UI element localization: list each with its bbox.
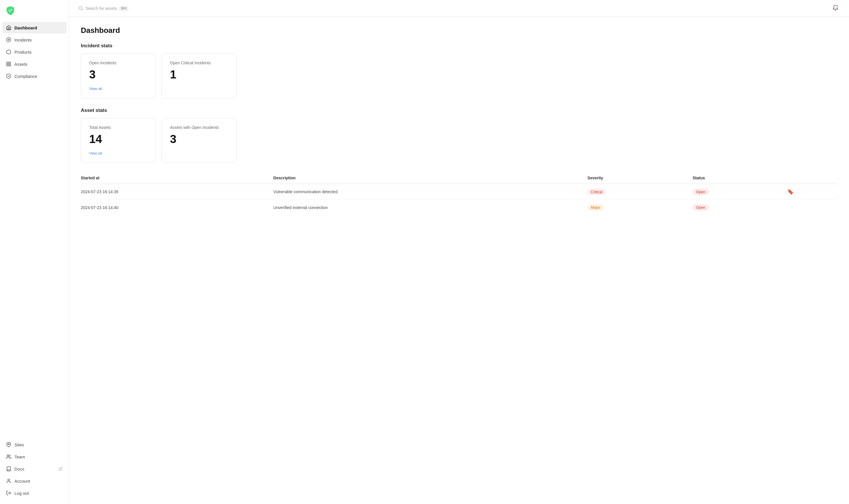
notification-dot (836, 5, 838, 7)
svg-rect-2 (7, 62, 8, 64)
sidebar-item-logout[interactable]: Log out (2, 487, 67, 499)
check-circle-icon (6, 73, 12, 79)
table-row: 2024-07-23 16:14:39 Vulnerable communica… (81, 184, 837, 200)
header: Search for assets ⌘K (69, 0, 849, 17)
incident-status: Open (693, 200, 787, 215)
total-assets-card: Total Assets 14 View all (81, 118, 156, 163)
svg-rect-3 (9, 62, 11, 64)
svg-line-8 (60, 467, 62, 469)
search-icon (79, 6, 83, 11)
incident-severity: Critical (588, 184, 693, 200)
asset-stat-cards: Total Assets 14 View all Assets with Ope… (81, 118, 837, 163)
sidebar-item-incidents[interactable]: Incidents (2, 34, 67, 46)
sidebar-item-docs[interactable]: Docs (2, 463, 67, 474)
sidebar-item-dashboard[interactable]: Dashboard (2, 22, 67, 33)
sidebar-item-label: Log out (14, 491, 29, 496)
page-body: Dashboard Incident stats Open Incidents … (69, 17, 849, 224)
asset-stats-section: Asset stats Total Assets 14 View all Ass… (81, 108, 837, 163)
total-assets-view-all-link[interactable]: View all (89, 151, 102, 156)
incidents-table-section: Started at Description Severity Status 2… (81, 172, 837, 215)
bookmark-icon: 🔖 (787, 189, 794, 195)
main-content: Search for assets ⌘K Dashboard Incident … (69, 0, 849, 504)
table-row: 2024-07-23 16:14:40 Unverified external … (81, 200, 837, 215)
col-actions (787, 172, 837, 184)
users-icon (6, 454, 12, 460)
open-incidents-view-all-link[interactable]: View all (89, 87, 102, 91)
search-bar[interactable]: Search for assets ⌘K (79, 6, 831, 11)
notifications-button[interactable] (831, 3, 840, 13)
circle-dot-icon (6, 37, 12, 43)
severity-badge: Major (588, 204, 604, 211)
table-body: 2024-07-23 16:14:39 Vulnerable communica… (81, 184, 837, 215)
incidents-table: Started at Description Severity Status 2… (81, 172, 837, 215)
svg-point-0 (7, 38, 11, 42)
incident-stat-cards: Open Incidents 3 View all Open Critical … (81, 53, 837, 98)
header-actions (831, 3, 840, 13)
svg-rect-5 (7, 65, 8, 66)
map-pin-icon (6, 442, 12, 448)
svg-point-6 (8, 444, 10, 445)
sidebar-nav-top: Dashboard Incidents Products (0, 22, 69, 436)
sidebar-item-label: Compliance (14, 74, 37, 79)
svg-line-12 (82, 9, 83, 10)
sidebar-nav-bottom: Sites Team Docs (0, 436, 69, 504)
sidebar-item-label: Dashboard (14, 25, 37, 30)
sidebar-item-label: Incidents (14, 37, 32, 42)
incident-started-at: 2024-07-23 16:14:40 (81, 200, 273, 215)
open-incidents-value: 3 (89, 69, 148, 80)
incident-description: Vulnerable communication detected (273, 184, 587, 200)
incident-started-at: 2024-07-23 16:14:39 (81, 184, 273, 200)
shield-logo-icon (6, 6, 15, 15)
user-icon (6, 478, 12, 484)
page-title: Dashboard (81, 26, 837, 35)
assets-with-open-incidents-card: Assets with Open Incidents 3 (161, 118, 237, 163)
box-icon (6, 49, 12, 55)
sidebar: Dashboard Incidents Products (0, 0, 69, 504)
logo (0, 0, 69, 22)
sidebar-item-label: Products (14, 50, 32, 54)
sidebar-item-account[interactable]: Account (2, 475, 67, 487)
col-started-at: Started at (81, 172, 273, 184)
sidebar-item-products[interactable]: Products (2, 46, 67, 58)
sidebar-item-compliance[interactable]: Compliance (2, 70, 67, 82)
open-incidents-label: Open Incidents (89, 60, 148, 65)
open-critical-label: Open Critical Incidents (170, 60, 228, 65)
table-header: Started at Description Severity Status (81, 172, 837, 184)
book-icon (6, 466, 12, 472)
sidebar-item-label: Assets (14, 62, 28, 67)
col-status: Status (693, 172, 787, 184)
sidebar-item-sites[interactable]: Sites (2, 439, 67, 450)
incident-status: Open (693, 184, 787, 200)
status-badge: Open (693, 204, 709, 211)
incident-description: Unverified external connection (273, 200, 587, 215)
open-critical-incidents-card: Open Critical Incidents 1 (161, 53, 237, 98)
asset-stats-title: Asset stats (81, 108, 837, 113)
search-shortcut: ⌘K (119, 6, 128, 11)
svg-rect-4 (9, 65, 11, 66)
sidebar-item-label: Team (14, 454, 25, 459)
sidebar-item-label: Account (14, 479, 30, 484)
grid-icon (6, 61, 12, 67)
sidebar-item-label: Docs (14, 467, 24, 471)
status-badge: Open (693, 189, 709, 195)
external-link-icon (57, 466, 63, 472)
incident-bookmark: 🔖 (787, 184, 837, 200)
open-incidents-card: Open Incidents 3 View all (81, 53, 156, 98)
total-assets-label: Total Assets (89, 125, 148, 130)
svg-point-1 (8, 39, 10, 41)
incident-stats-section: Incident stats Open Incidents 3 View all… (81, 43, 837, 98)
sidebar-item-assets[interactable]: Assets (2, 58, 67, 70)
assets-with-open-label: Assets with Open Incidents (170, 125, 228, 130)
incident-stats-title: Incident stats (81, 43, 837, 49)
svg-point-7 (7, 455, 9, 456)
incident-severity: Major (588, 200, 693, 215)
col-description: Description (273, 172, 587, 184)
sidebar-item-label: Sites (14, 442, 24, 447)
sidebar-item-team[interactable]: Team (2, 451, 67, 463)
severity-badge: Critical (588, 189, 606, 195)
assets-with-open-value: 3 (170, 133, 228, 145)
incident-bookmark (787, 200, 837, 215)
log-out-icon (6, 490, 12, 496)
col-severity: Severity (588, 172, 693, 184)
open-critical-value: 1 (170, 69, 228, 80)
